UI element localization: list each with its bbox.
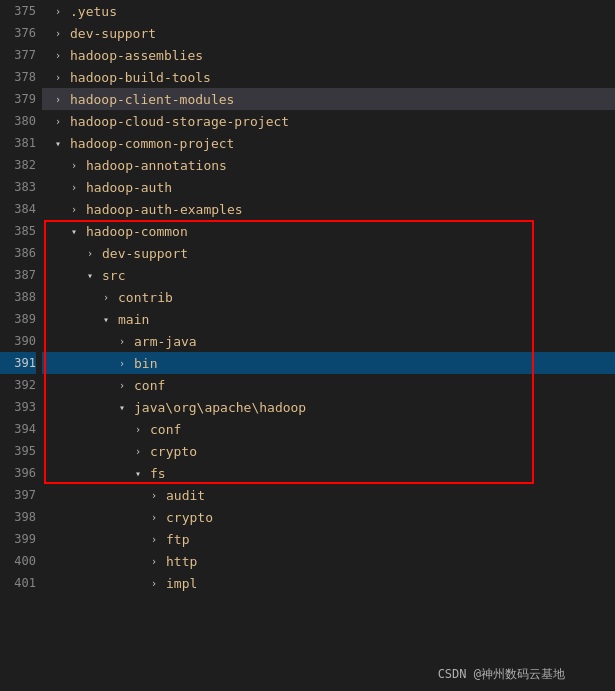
row-label-text: http [166, 554, 197, 569]
line-number-380: 380 [0, 110, 36, 132]
tree-row-fs[interactable]: fs [42, 462, 615, 484]
tree-row-hadoop-annotations[interactable]: hadoop-annotations [42, 154, 615, 176]
line-number-392: 392 [0, 374, 36, 396]
chevron-right-icon [50, 91, 66, 107]
chevron-right-icon [114, 333, 130, 349]
chevron-right-icon [146, 575, 162, 591]
line-number-376: 376 [0, 22, 36, 44]
tree-row-hadoop-assemblies[interactable]: hadoop-assemblies [42, 44, 615, 66]
row-label-text: conf [134, 378, 165, 393]
row-label-text: dev-support [70, 26, 156, 41]
line-number-397: 397 [0, 484, 36, 506]
row-label-text: fs [150, 466, 166, 481]
chevron-down-icon [82, 267, 98, 283]
tree-row-hadoop-client-modules[interactable]: hadoop-client-modules [42, 88, 615, 110]
tree-row-hadoop-auth[interactable]: hadoop-auth [42, 176, 615, 198]
line-number-385: 385 [0, 220, 36, 242]
tree-row-arm-java[interactable]: arm-java [42, 330, 615, 352]
row-label-text: src [102, 268, 125, 283]
row-label-text: contrib [118, 290, 173, 305]
chevron-right-icon [50, 47, 66, 63]
line-number-386: 386 [0, 242, 36, 264]
tree-row-contrib[interactable]: contrib [42, 286, 615, 308]
tree-row-hadoop-common[interactable]: hadoop-common [42, 220, 615, 242]
row-label-text: hadoop-common [86, 224, 188, 239]
chevron-right-icon [66, 201, 82, 217]
tree-row-java-org-apache-hadoop[interactable]: java\org\apache\hadoop [42, 396, 615, 418]
tree-row-hadoop-common-project[interactable]: hadoop-common-project [42, 132, 615, 154]
chevron-right-icon [82, 245, 98, 261]
chevron-right-icon [50, 3, 66, 19]
tree-row-bin[interactable]: bin [42, 352, 615, 374]
row-label-text: hadoop-common-project [70, 136, 234, 151]
chevron-right-icon [66, 157, 82, 173]
tree-row-hadoop-build-tools[interactable]: hadoop-build-tools [42, 66, 615, 88]
line-number-394: 394 [0, 418, 36, 440]
line-number-393: 393 [0, 396, 36, 418]
row-label-text: hadoop-client-modules [70, 92, 234, 107]
tree-row-hadoop-cloud-storage-project[interactable]: hadoop-cloud-storage-project [42, 110, 615, 132]
line-number-391: 391 [0, 352, 36, 374]
tree-row-ftp[interactable]: ftp [42, 528, 615, 550]
tree-row-src[interactable]: src [42, 264, 615, 286]
tree-row-crypto[interactable]: crypto [42, 440, 615, 462]
chevron-right-icon [114, 377, 130, 393]
line-number-398: 398 [0, 506, 36, 528]
tree-main: .yetusdev-supporthadoop-assemblieshadoop… [42, 0, 615, 691]
chevron-right-icon [114, 355, 130, 371]
row-label-text: .yetus [70, 4, 117, 19]
tree-row--yetus[interactable]: .yetus [42, 0, 615, 22]
chevron-right-icon [66, 179, 82, 195]
row-label-text: hadoop-annotations [86, 158, 227, 173]
line-number-387: 387 [0, 264, 36, 286]
chevron-right-icon [130, 443, 146, 459]
chevron-right-icon [98, 289, 114, 305]
row-label-text: conf [150, 422, 181, 437]
line-number-399: 399 [0, 528, 36, 550]
chevron-right-icon [146, 509, 162, 525]
row-label-text: bin [134, 356, 157, 371]
tree-row-dev-support[interactable]: dev-support [42, 242, 615, 264]
row-label-text: hadoop-build-tools [70, 70, 211, 85]
chevron-down-icon [130, 465, 146, 481]
tree-row-audit[interactable]: audit [42, 484, 615, 506]
line-number-390: 390 [0, 330, 36, 352]
row-label-text: crypto [166, 510, 213, 525]
line-number-396: 396 [0, 462, 36, 484]
line-number-389: 389 [0, 308, 36, 330]
watermark: CSDN @神州数码云基地 [438, 666, 565, 683]
row-label-text: main [118, 312, 149, 327]
chevron-down-icon [114, 399, 130, 415]
line-number-381: 381 [0, 132, 36, 154]
line-number-401: 401 [0, 572, 36, 594]
tree-row-impl[interactable]: impl [42, 572, 615, 594]
chevron-down-icon [98, 311, 114, 327]
row-label-text: hadoop-cloud-storage-project [70, 114, 289, 129]
tree-row-hadoop-auth-examples[interactable]: hadoop-auth-examples [42, 198, 615, 220]
chevron-right-icon [50, 25, 66, 41]
line-number-388: 388 [0, 286, 36, 308]
chevron-right-icon [50, 69, 66, 85]
row-label-text: crypto [150, 444, 197, 459]
line-numbers: 3753763773783793803813823833843853863873… [0, 0, 42, 691]
chevron-right-icon [146, 553, 162, 569]
tree-row-http[interactable]: http [42, 550, 615, 572]
tree-row-conf[interactable]: conf [42, 374, 615, 396]
tree-row-dev-support[interactable]: dev-support [42, 22, 615, 44]
chevron-right-icon [50, 113, 66, 129]
row-label-text: hadoop-assemblies [70, 48, 203, 63]
row-label-text: java\org\apache\hadoop [134, 400, 306, 415]
line-number-382: 382 [0, 154, 36, 176]
line-number-377: 377 [0, 44, 36, 66]
chevron-down-icon [50, 135, 66, 151]
line-number-375: 375 [0, 0, 36, 22]
chevron-right-icon [146, 531, 162, 547]
line-number-384: 384 [0, 198, 36, 220]
tree-row-main[interactable]: main [42, 308, 615, 330]
line-number-395: 395 [0, 440, 36, 462]
tree-row-conf[interactable]: conf [42, 418, 615, 440]
file-tree: 3753763773783793803813823833843853863873… [0, 0, 615, 691]
tree-row-crypto[interactable]: crypto [42, 506, 615, 528]
chevron-right-icon [146, 487, 162, 503]
row-label-text: dev-support [102, 246, 188, 261]
